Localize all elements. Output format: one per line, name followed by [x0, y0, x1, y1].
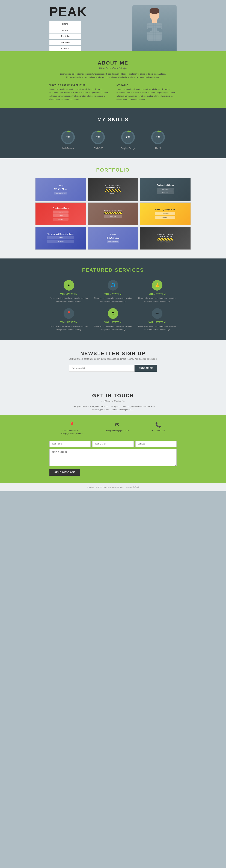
about-col-2: MY GOALS Lorem ipsum dolor sit amet, con…	[116, 84, 176, 101]
portfolio-item[interactable]: Green Login Light FormUsernamePassword	[140, 203, 191, 225]
service-icon: 👍	[152, 280, 163, 290]
contact-message-textarea[interactable]	[50, 449, 176, 466]
portfolio-item[interactable]: Free Contact FormNameEmailSUBMIT	[35, 203, 86, 225]
send-message-button[interactable]: SEND MESSAGE	[50, 469, 80, 476]
contact-email-input[interactable]	[92, 441, 134, 447]
about-description: Lorem ipsum dolor sit amet, consectetur …	[60, 72, 166, 79]
nav-item-contact[interactable]: Contact	[50, 46, 81, 51]
service-icon: ⚙	[108, 308, 118, 319]
services-grid: ★VOLUPTATEMNemo enim ipsam voluptatem qu…	[50, 280, 176, 331]
skill-percent-label: 7%	[120, 129, 136, 145]
svg-rect-6	[152, 20, 157, 23]
contact-info-text: 8 Hindman Ave 247 O	[62, 429, 81, 432]
service-desc: Nemo enim ipsam voluptatem quia voluptas…	[138, 325, 176, 331]
service-item: ⚙VOLUPTATEMNemo enim ipsam voluptatem qu…	[93, 308, 133, 331]
contact-info-icon: 📞	[155, 422, 161, 428]
newsletter-form: SUBSCRIBE	[69, 365, 157, 372]
portfolio-item[interactable]: Pricing$12.69/moGET STARTED	[35, 178, 86, 201]
skill-item: 6%HTML/CSS	[90, 129, 106, 150]
newsletter-title: NEWSLETTER SIGN UP	[50, 351, 176, 356]
newsletter-email-input[interactable]	[69, 365, 135, 372]
service-icon: ✏	[152, 308, 163, 319]
contact-info-section: 📍8 Hindman Ave 247 OSobigla, Salakila, R…	[0, 415, 226, 483]
hero-section: PEAK HomeAboutPortfolioServicesContact	[0, 0, 226, 51]
portfolio-item[interactable]: ROAD WAY UNDERCONSTRUCTIONGET IN TOUCH	[140, 227, 191, 250]
skills-section: MY SKILLS 5%Web Design6%HTML/CSS7%Graphi…	[0, 108, 226, 158]
about-title: ABOUT ME	[50, 60, 176, 66]
portfolio-item[interactable]: Gradient Light FormUsernamePassword	[140, 178, 191, 201]
service-desc: Nemo enim ipsam voluptatem quia voluptas…	[138, 297, 176, 303]
svg-rect-3	[147, 23, 162, 40]
portfolio-section: PORTFOLIO Pricing$12.69/moGET STARTEDROA…	[0, 158, 226, 258]
nav-item-home[interactable]: Home	[50, 21, 81, 27]
contact-description: Lorem ipsum dolor sit amet, libero turpi…	[69, 405, 157, 411]
about-section: ABOUT ME Who I Am and why I design Lorem…	[0, 51, 226, 108]
newsletter-subtitle: Lektraet sheets containing Lorem ipsum p…	[50, 358, 176, 360]
portfolio-grid: Pricing$12.69/moGET STARTEDROAD WAY UNDE…	[35, 178, 191, 250]
about-col-1: WHAT I DO AND MY EXPERIENCE Lorem ipsum …	[50, 84, 110, 101]
portfolio-item[interactable]: The Light and Greenfield CenterEmailMess…	[35, 227, 86, 250]
about-col1-text: Lorem ipsum dolor sit amet, consectetur …	[50, 88, 110, 101]
contact-info-grid: 📍8 Hindman Ave 247 OSobigla, Salakila, R…	[50, 422, 176, 435]
service-item: 👍VOLUPTATEMNemo enim ipsam voluptatem qu…	[138, 280, 176, 303]
portfolio-title: PORTFOLIO	[35, 167, 191, 173]
nav-item-about[interactable]: About	[50, 27, 81, 33]
contact-section: GET IN TOUCH Feel Free To Contact Us Lor…	[0, 382, 226, 415]
svg-point-1	[149, 8, 160, 14]
service-desc: Nemo enim ipsam voluptatem quia voluptas…	[93, 325, 133, 331]
portfolio-item[interactable]: Pricing$12.69/moGET STARTED	[88, 227, 138, 250]
service-item: 📍VOLUPTATEMNemo enim ipsam voluptatem qu…	[50, 308, 88, 331]
nav-menu: HomeAboutPortfolioServicesContact	[50, 21, 85, 51]
service-name: VOLUPTATEM	[148, 321, 166, 323]
service-desc: Nemo enim ipsam voluptatem quia voluptas…	[50, 325, 88, 331]
service-icon: 📍	[63, 308, 74, 319]
service-icon: ★	[63, 280, 74, 290]
form-row-1	[50, 441, 176, 447]
contact-info-item: 📞+613 0000 0000	[151, 422, 165, 435]
skill-percent-label: 8%	[150, 129, 166, 145]
service-name: VOLUPTATEM	[60, 321, 78, 323]
nav-item-portfolio[interactable]: Portfolio	[50, 33, 81, 39]
about-col1-title: WHAT I DO AND MY EXPERIENCE	[50, 84, 110, 86]
hero-image	[133, 5, 176, 51]
skills-title: MY SKILLS	[50, 117, 176, 122]
newsletter-section: NEWSLETTER SIGN UP Lektraet sheets conta…	[0, 340, 226, 382]
contact-subtitle: Feel Free To Contact Us	[50, 400, 176, 402]
service-name: VOLUPTATEM	[104, 293, 122, 295]
contact-subject-input[interactable]	[135, 441, 176, 447]
services-section: FEATURED SERVICES ★VOLUPTATEMNemo enim i…	[0, 258, 226, 340]
about-col2-text: Lorem ipsum dolor sit amet, consectetur …	[116, 88, 176, 101]
contact-title: GET IN TOUCH	[50, 393, 176, 399]
skill-item: 5%Web Design	[60, 129, 76, 150]
portfolio-item[interactable]: Road Newsletter FormSubscribe	[88, 203, 138, 225]
contact-name-input[interactable]	[50, 441, 91, 447]
service-name: VOLUPTATEM	[60, 293, 78, 295]
service-item: 🌐VOLUPTATEMNemo enim ipsam voluptatem qu…	[93, 280, 133, 303]
skill-percent-label: 6%	[90, 129, 106, 145]
service-name: VOLUPTATEM	[104, 321, 122, 323]
skill-label: Graphic Design	[121, 147, 135, 150]
about-subtitle: Who I Am and why I design	[50, 67, 176, 69]
contact-form: SEND MESSAGE	[50, 441, 176, 476]
newsletter-subscribe-button[interactable]: SUBSCRIBE	[135, 365, 157, 372]
service-item: ★VOLUPTATEMNemo enim ipsam voluptatem qu…	[50, 280, 88, 303]
nav-item-services[interactable]: Services	[50, 40, 81, 45]
skill-item: 7%Graphic Design	[120, 129, 136, 150]
portfolio-item[interactable]: ROAD WAY UNDERCONSTRUCTIONGET IN TOUCH	[88, 178, 138, 201]
service-item: ✏VOLUPTATEMNemo enim ipsam voluptatem qu…	[138, 308, 176, 331]
skills-grid: 5%Web Design6%HTML/CSS7%Graphic Design8%…	[50, 129, 176, 150]
contact-info-text: Sobigla, Salakila, Roberta	[61, 432, 83, 435]
about-col2-title: MY GOALS	[116, 84, 176, 86]
logo: PEAK	[50, 5, 133, 18]
contact-info-item: ✉mail@website@gmail.com	[106, 422, 129, 435]
footer: Copyright © 2015,Company name All rights…	[0, 483, 226, 491]
contact-info-text: mail@website@gmail.com	[106, 429, 129, 432]
services-title: FEATURED SERVICES	[50, 267, 176, 273]
skill-label: UI/UX	[155, 147, 161, 150]
skill-label: HTML/CSS	[93, 147, 104, 150]
hero-left: PEAK HomeAboutPortfolioServicesContact	[50, 5, 133, 51]
contact-info-item: 📍8 Hindman Ave 247 OSobigla, Salakila, R…	[61, 422, 83, 435]
footer-text: Copyright © 2015,Company name All rights…	[87, 486, 139, 488]
person-illustration	[140, 7, 169, 50]
service-desc: Nemo enim ipsam voluptatem quia voluptas…	[93, 297, 133, 303]
